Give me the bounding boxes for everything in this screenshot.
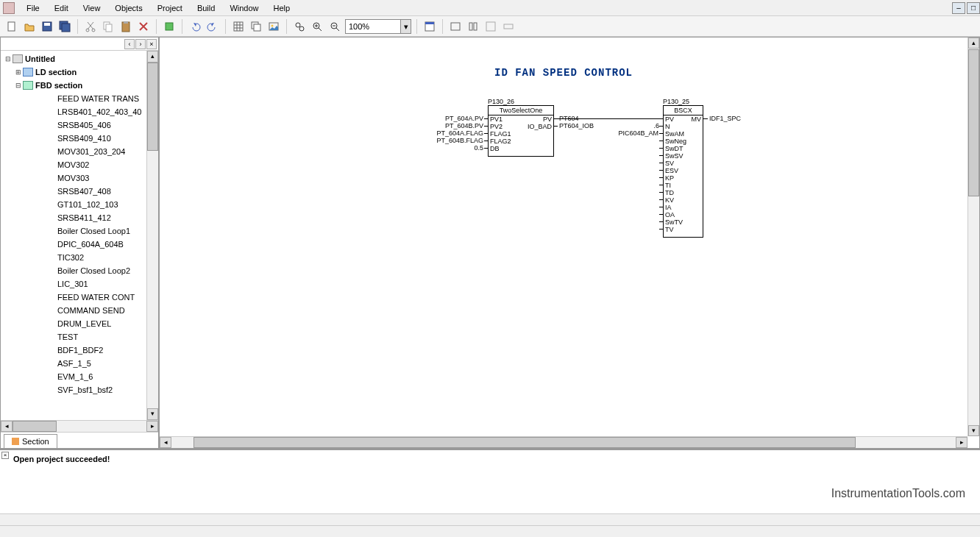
properties-button[interactable] <box>422 19 437 34</box>
tool-d-button[interactable] <box>501 19 516 34</box>
tree-fbd[interactable]: ⊟FBD section <box>2 79 157 92</box>
tree-item[interactable]: TEST <box>2 330 157 344</box>
output-hscrollbar[interactable] <box>0 513 980 525</box>
scroll-right-button[interactable]: ▸ <box>146 421 158 432</box>
save-button[interactable] <box>40 19 54 34</box>
tree-item[interactable]: GT101_102_103 <box>2 198 157 211</box>
signal-label: PIC604B_AM <box>608 129 658 137</box>
menubar: File Edit View Objects Project Build Win… <box>0 0 980 16</box>
tree-item[interactable]: SRSB409_410 <box>2 132 157 145</box>
zoom-in-button[interactable] <box>310 19 324 34</box>
tab-section[interactable]: Section <box>4 434 57 448</box>
block-pin: FLAG2 <box>490 138 511 145</box>
tree-item[interactable]: FEED WATER TRANS <box>2 92 157 105</box>
menu-objects[interactable]: Objects <box>107 1 149 15</box>
tree-item[interactable]: SRSB411_412 <box>2 211 157 224</box>
cut-button[interactable] <box>83 19 98 34</box>
scroll-left-button[interactable]: ◂ <box>1 421 13 432</box>
tree-item[interactable]: COMMAND SEND <box>2 304 157 317</box>
scroll-thumb[interactable] <box>968 49 979 196</box>
tree-root[interactable]: ⊟Untitled <box>2 52 157 65</box>
scroll-track[interactable] <box>147 63 158 408</box>
zoom-out-button[interactable] <box>327 19 342 34</box>
output-close-button[interactable]: × <box>1 452 9 459</box>
find-button[interactable] <box>292 19 307 34</box>
scroll-track[interactable] <box>13 421 146 432</box>
canvas-vscrollbar[interactable]: ▴ ▾ <box>967 38 979 436</box>
scroll-right-button[interactable]: ▸ <box>956 437 967 448</box>
delete-button[interactable] <box>136 19 151 34</box>
collapse-icon[interactable]: ⊟ <box>14 82 23 89</box>
tree-item[interactable]: MOV302 <box>2 158 157 171</box>
fbd-block-bscx[interactable]: BSCX PVNSwAMSwNegSwDTSwSVSVESVKPTITDKVIA… <box>663 105 703 238</box>
fbd-canvas[interactable]: ID FAN SPEED CONTROL P130_26 TwoSelectOn… <box>160 38 967 436</box>
scroll-thumb[interactable] <box>147 63 158 151</box>
tool-c-button[interactable] <box>483 19 498 34</box>
scroll-thumb[interactable] <box>13 421 57 432</box>
canvas-hscrollbar[interactable]: ◂ ▸ <box>160 436 967 448</box>
menu-help[interactable]: Help <box>266 1 298 15</box>
undo-button[interactable] <box>188 19 202 34</box>
fbd-block-twoselectone[interactable]: TwoSelectOne PV1PV2FLAG1FLAG2DB PVIO_BAD <box>488 105 554 157</box>
tree-item[interactable]: EVM_1_6 <box>2 370 157 383</box>
maximize-button[interactable]: □ <box>967 2 980 14</box>
tool-b-button[interactable] <box>466 19 480 34</box>
scroll-track[interactable] <box>171 437 956 448</box>
section-icon <box>45 94 55 103</box>
save-all-button[interactable] <box>57 19 72 34</box>
scroll-down-button[interactable]: ▾ <box>968 425 979 436</box>
tree-item[interactable]: BDF1_BDF2 <box>2 344 157 357</box>
tree-item[interactable]: SVF_bsf1_bsf2 <box>2 383 157 396</box>
menu-build[interactable]: Build <box>190 1 222 15</box>
tree-item[interactable]: LIC_301 <box>2 277 157 291</box>
copy-button[interactable] <box>101 19 116 34</box>
zoom-select[interactable]: 100%▾ <box>345 19 411 34</box>
tree-item[interactable]: MOV303 <box>2 171 157 185</box>
sidebar-expand-button[interactable]: › <box>135 39 146 49</box>
tree-item[interactable]: ASF_1_5 <box>2 357 157 370</box>
tree-item[interactable]: FEED WATER CONT <box>2 291 157 304</box>
new-button[interactable] <box>4 19 19 34</box>
scroll-thumb[interactable] <box>193 437 856 448</box>
tool-a-button[interactable] <box>448 19 463 34</box>
project-tree[interactable]: ⊟Untitled ⊞LD section ⊟FBD section FEED … <box>1 51 158 420</box>
sidebar-vscrollbar[interactable]: ▴ ▾ <box>146 51 158 420</box>
menu-view[interactable]: View <box>76 1 108 15</box>
sidebar-collapse-button[interactable]: ‹ <box>124 39 135 49</box>
tree-ld[interactable]: ⊞LD section <box>2 65 157 79</box>
tree-item[interactable]: TIC302 <box>2 251 157 264</box>
paste-button[interactable] <box>118 19 133 34</box>
section-icon <box>45 147 55 156</box>
menu-file[interactable]: File <box>19 1 47 15</box>
tree-item[interactable]: MOV301_203_204 <box>2 145 157 158</box>
tree-item[interactable]: DRUM_LEVEL <box>2 317 157 330</box>
sidebar-close-button[interactable]: × <box>146 39 157 49</box>
layers-button[interactable] <box>249 19 263 34</box>
menu-project[interactable]: Project <box>150 1 190 15</box>
section-icon <box>45 174 55 182</box>
expand-icon[interactable]: ⊞ <box>14 68 23 76</box>
scroll-down-button[interactable]: ▾ <box>147 408 158 420</box>
scroll-left-button[interactable]: ◂ <box>160 437 171 448</box>
svg-rect-25 <box>474 23 477 30</box>
tree-item[interactable]: SRSB407_408 <box>2 185 157 198</box>
redo-button[interactable] <box>205 19 220 34</box>
block-pin: IA <box>665 204 686 211</box>
minimize-button[interactable]: – <box>952 2 965 14</box>
tree-item[interactable]: LRSB401_402_403_40 <box>2 105 157 118</box>
menu-edit[interactable]: Edit <box>47 1 76 15</box>
open-button[interactable] <box>22 19 37 34</box>
scroll-up-button[interactable]: ▴ <box>968 38 979 49</box>
menu-window[interactable]: Window <box>222 1 266 15</box>
tree-item[interactable]: Boiler Closed Loop1 <box>2 224 157 238</box>
tree-item[interactable]: Boiler Closed Loop2 <box>2 264 157 277</box>
collapse-icon[interactable]: ⊟ <box>4 55 13 63</box>
block-pin: PV <box>528 115 552 123</box>
scroll-up-button[interactable]: ▴ <box>147 51 158 63</box>
sidebar-hscrollbar[interactable]: ◂ ▸ <box>1 420 158 432</box>
image-button[interactable] <box>266 19 281 34</box>
grid-button[interactable] <box>231 19 246 34</box>
tree-item[interactable]: SRSB405_406 <box>2 118 157 132</box>
refresh-button[interactable] <box>162 19 177 34</box>
tree-item[interactable]: DPIC_604A_604B <box>2 238 157 251</box>
